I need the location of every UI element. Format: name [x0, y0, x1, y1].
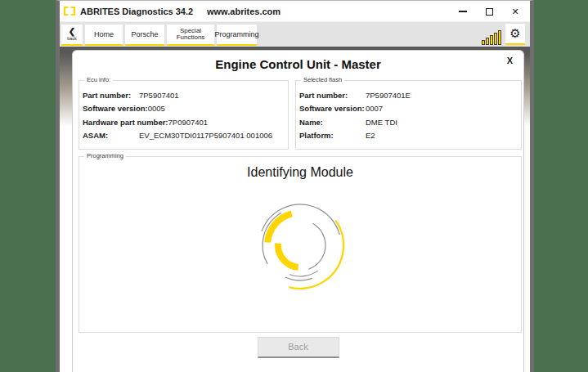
maximize-icon	[486, 8, 493, 16]
back-chevron-icon: ❮	[69, 28, 75, 36]
field-value: 0007	[366, 104, 383, 113]
maximize-button[interactable]	[476, 1, 502, 22]
ecu-info-group: Ecu info: Part number: 7P5907401 Softwar…	[79, 80, 289, 150]
field-label: Software version:	[299, 104, 366, 113]
programming-legend: Programming	[84, 153, 126, 159]
field-row: Hardware part number: 7P0907401	[79, 115, 288, 129]
field-label: Platform:	[299, 131, 366, 140]
ecu-info-legend: Ecu info:	[84, 77, 113, 83]
app-website: www.abrites.com	[207, 7, 281, 16]
programming-group: Programming Identifying Module	[79, 156, 522, 333]
field-value: 7P5907401	[139, 91, 179, 100]
desktop-background: ABRITES Diagnostics 34.2 www.abrites.com…	[0, 0, 588, 372]
signal-bar	[490, 35, 493, 45]
tab-bar: ❮ back Home Porsche Special Functions Pr…	[60, 22, 530, 47]
close-icon: ✕	[511, 7, 518, 17]
window-controls: ✕	[450, 1, 528, 22]
programming-status: Identifying Module	[79, 165, 521, 180]
field-value: 7P5907401E	[366, 91, 411, 100]
modal-backdrop-right	[524, 53, 530, 151]
field-value: 7P0907401	[168, 118, 209, 127]
field-row: Software version: 0007	[296, 102, 521, 116]
minimize-icon	[459, 11, 467, 12]
settings-button[interactable]: ⚙	[505, 24, 525, 45]
field-row: Part number: 7P5907401E	[296, 88, 521, 102]
gear-icon: ⚙	[509, 26, 520, 41]
tab-home-label: Home	[94, 30, 114, 38]
dialog-close-button[interactable]: X	[507, 56, 513, 65]
tab-home[interactable]: Home	[85, 25, 123, 46]
loading-spinner	[251, 196, 349, 294]
modal-backdrop-left	[60, 53, 72, 151]
app-title: ABRITES Diagnostics 34.2	[80, 7, 193, 16]
field-row: Platform: E2	[296, 129, 521, 143]
tab-programming[interactable]: Programming	[217, 25, 257, 46]
ecu-info-rows: Part number: 7P5907401 Software version:…	[79, 81, 288, 142]
field-label: Software version:	[83, 104, 148, 113]
signal-bar	[486, 38, 489, 45]
field-row: Software version: 0005	[79, 102, 288, 116]
tab-programming-label: Programming	[214, 30, 258, 38]
signal-strength-icon	[482, 30, 501, 45]
tab-strip: ❮ back Home Porsche Special Functions Pr…	[61, 25, 257, 46]
tab-special-functions-label: Special Functions	[170, 28, 211, 42]
field-row: Name: DME TDI	[296, 115, 521, 129]
field-value: E2	[366, 131, 375, 140]
minimize-button[interactable]	[450, 1, 476, 22]
close-button[interactable]: ✕	[502, 1, 528, 22]
field-label: Part number:	[83, 91, 139, 100]
title-bar: ABRITES Diagnostics 34.2 www.abrites.com…	[60, 1, 530, 22]
field-label: Name:	[299, 118, 366, 127]
back-button[interactable]: Back	[258, 337, 339, 358]
field-row: Part number: 7P5907401	[79, 88, 288, 102]
tab-special-functions[interactable]: Special Functions	[167, 25, 214, 46]
signal-bar	[494, 33, 497, 45]
field-value: DME TDI	[366, 118, 397, 127]
tab-porsche-label: Porsche	[131, 30, 158, 38]
dialog-close-icon: X	[507, 56, 513, 65]
app-window: ABRITES Diagnostics 34.2 www.abrites.com…	[56, 0, 534, 372]
dialog-title: Engine Control Unit - Master	[73, 57, 523, 71]
abrites-logo-icon	[64, 7, 75, 16]
selected-flash-group: Selected flash Part number: 7P5907401E S…	[295, 80, 522, 150]
signal-bar	[482, 40, 485, 45]
tab-porsche[interactable]: Porsche	[125, 25, 164, 46]
selected-flash-legend: Selected flash	[301, 77, 344, 83]
field-value: EV_ECM30TDI0117P5907401 001006	[139, 131, 272, 140]
field-label: Part number:	[299, 91, 366, 100]
signal-bar	[498, 30, 501, 45]
field-label: ASAM:	[83, 131, 139, 140]
ecu-master-dialog: Engine Control Unit - Master X Ecu info:…	[72, 50, 524, 372]
selected-flash-rows: Part number: 7P5907401E Software version…	[296, 81, 521, 142]
field-row: ASAM: EV_ECM30TDI0117P5907401 001006	[79, 129, 288, 143]
field-value: 0005	[148, 104, 165, 113]
back-tab-label: back	[67, 36, 77, 41]
field-label: Hardware part number:	[83, 118, 168, 127]
back-tab[interactable]: ❮ back	[61, 25, 83, 46]
